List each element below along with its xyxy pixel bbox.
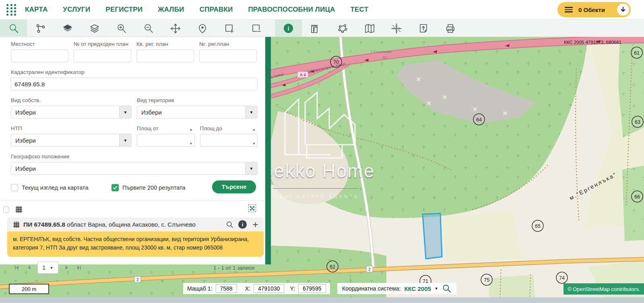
scale-value[interactable]: 7588 bbox=[216, 284, 237, 293]
nav-registri[interactable]: РЕГИСТРИ bbox=[105, 6, 142, 14]
info-icon: i bbox=[238, 220, 247, 229]
nav-uslugi[interactable]: УСЛУГИ bbox=[63, 6, 90, 14]
select-add-tool-button[interactable] bbox=[216, 20, 243, 37]
layers-base-tool-button[interactable] bbox=[54, 20, 81, 37]
watermark-logo bbox=[282, 90, 358, 161]
chevron-down-icon: ▼ bbox=[50, 266, 54, 270]
ntp-label: НТП bbox=[11, 125, 132, 131]
predhoden-plan-input[interactable] bbox=[74, 49, 131, 62]
nav-test[interactable]: ТЕСТ bbox=[351, 6, 369, 14]
search-tool-button[interactable] bbox=[0, 20, 27, 37]
chevron-down-icon[interactable]: ▼ bbox=[435, 287, 438, 291]
layers-filled-icon bbox=[62, 23, 73, 34]
svg-text:2: 2 bbox=[368, 267, 371, 272]
expand-results-button[interactable] bbox=[248, 205, 256, 212]
select-all-results-checkbox[interactable] bbox=[3, 207, 9, 213]
svg-text:74: 74 bbox=[559, 275, 565, 281]
first-200-checkbox[interactable] bbox=[111, 184, 119, 191]
osm-attribution[interactable]: © OpenStreetMap contributors. bbox=[564, 283, 644, 295]
cadastral-id-input[interactable] bbox=[11, 78, 258, 90]
y-value[interactable]: 679595 bbox=[298, 284, 326, 293]
x-value[interactable]: 4791030 bbox=[254, 284, 285, 293]
info-tool-button[interactable]: i bbox=[275, 20, 302, 37]
select-subtract-tool-button[interactable] bbox=[243, 20, 270, 37]
plosht-ot-input[interactable] bbox=[137, 134, 195, 147]
nav-zhalbi[interactable]: ЖАЛБИ bbox=[158, 6, 184, 14]
basemap-tool-button[interactable] bbox=[356, 20, 383, 37]
spinner-arrows-icon[interactable]: ▲▼ bbox=[252, 128, 256, 145]
selected-parcel[interactable] bbox=[423, 213, 442, 259]
crs-selected-value[interactable]: ККС 2005 bbox=[404, 285, 431, 292]
y-label: Y: bbox=[290, 285, 295, 292]
pan-tool-button[interactable] bbox=[162, 20, 189, 37]
nav-pravosposobni-lica[interactable]: ПРАВОСПОСОБНИ ЛИЦА bbox=[248, 6, 335, 14]
geo-label: Географско положение bbox=[11, 154, 258, 160]
nav-karta[interactable]: КАРТА bbox=[25, 6, 47, 14]
prev-page-button[interactable] bbox=[23, 262, 35, 273]
mouse-coords-readout: ККС 2005 4791073, 680661 bbox=[564, 40, 621, 45]
page-select[interactable]: 1 ▼ bbox=[37, 262, 58, 274]
vid-sobstv-label: Вид собств. bbox=[11, 97, 132, 103]
apps-grid-icon[interactable] bbox=[6, 3, 18, 16]
route-icon bbox=[35, 23, 46, 34]
svg-text:62: 62 bbox=[330, 264, 335, 270]
svg-text:66: 66 bbox=[634, 194, 640, 200]
next-page-icon bbox=[64, 265, 69, 270]
svg-text:63: 63 bbox=[635, 119, 640, 125]
search-panel: Местност № от предходен план Кв. рег. пл… bbox=[0, 37, 265, 264]
current-view-checkbox[interactable] bbox=[11, 184, 18, 191]
svg-text:i: i bbox=[288, 25, 289, 32]
chevron-down-icon: ▼ bbox=[245, 162, 257, 174]
svg-text:64: 64 bbox=[476, 117, 482, 123]
panel-map-divider[interactable] bbox=[265, 37, 271, 264]
svg-text:61: 61 bbox=[634, 50, 640, 56]
chevron-down-icon: ▼ bbox=[119, 106, 131, 118]
result-header[interactable]: ПИ 67489.65.8 област Варна, община Аксак… bbox=[7, 217, 264, 231]
zoom-in-icon bbox=[116, 23, 127, 34]
polygon-icon bbox=[337, 23, 348, 34]
search-icon bbox=[8, 23, 19, 34]
plosht-do-input[interactable] bbox=[200, 134, 258, 147]
svg-text:Слънчево: Слънчево bbox=[374, 49, 391, 54]
add-result-button[interactable]: + bbox=[250, 219, 260, 229]
objects-counter-button[interactable]: 0 Обекти bbox=[557, 2, 631, 17]
objects-count-label: 0 Обекти bbox=[578, 6, 605, 13]
coordinate-search-icon[interactable] bbox=[442, 284, 452, 293]
layers-tool-button[interactable] bbox=[81, 20, 108, 37]
next-page-button[interactable] bbox=[61, 262, 73, 273]
spinner-arrows-icon[interactable]: ▲▼ bbox=[190, 128, 193, 145]
locate-tool-button[interactable] bbox=[189, 20, 216, 37]
reg-plan-input[interactable] bbox=[199, 49, 257, 62]
measure-tool-button[interactable] bbox=[302, 20, 329, 37]
zoom-out-tool-button[interactable] bbox=[135, 20, 162, 37]
zoom-to-result-button[interactable] bbox=[225, 219, 235, 229]
search-button[interactable]: Търсене bbox=[212, 180, 256, 193]
last-page-button[interactable] bbox=[73, 262, 85, 273]
download-circle[interactable] bbox=[617, 4, 629, 16]
chevron-down-icon: ▼ bbox=[245, 106, 257, 118]
print-tool-button[interactable] bbox=[437, 20, 464, 37]
ntp-select[interactable]: Избери ▼ bbox=[11, 134, 132, 147]
export-tool-button[interactable] bbox=[410, 20, 437, 37]
nav-spravki[interactable]: СПРАВКИ bbox=[200, 6, 233, 14]
coordinates-tool-button[interactable] bbox=[383, 20, 410, 37]
polygon-tool-button[interactable] bbox=[329, 20, 356, 37]
svg-text:70: 70 bbox=[333, 59, 339, 65]
panel-divider bbox=[0, 200, 265, 201]
axes-icon bbox=[391, 23, 402, 34]
svg-text:75: 75 bbox=[484, 277, 489, 283]
mestnost-label: Местност bbox=[11, 41, 68, 47]
prev-page-icon bbox=[27, 265, 31, 270]
main-nav: КАРТА УСЛУГИ РЕГИСТРИ ЖАЛБИ СПРАВКИ ПРАВ… bbox=[25, 6, 368, 14]
geo-select[interactable]: Избери ▼ bbox=[11, 162, 258, 175]
results-pagination: 1 ▼ 1 - 1 от 1 записи bbox=[11, 262, 258, 274]
zoom-in-tool-button[interactable] bbox=[108, 20, 135, 37]
mestnost-input[interactable] bbox=[11, 49, 68, 62]
pan-icon bbox=[170, 23, 181, 34]
kv-reg-plan-input[interactable] bbox=[136, 49, 194, 62]
first-page-button[interactable] bbox=[11, 262, 23, 273]
route-tool-button[interactable] bbox=[27, 20, 54, 37]
vid-sobstv-select[interactable]: Избери ▼ bbox=[11, 106, 132, 119]
vid-teritoria-select[interactable]: Избери ▼ bbox=[137, 106, 258, 119]
result-info-button[interactable]: i bbox=[237, 219, 248, 229]
